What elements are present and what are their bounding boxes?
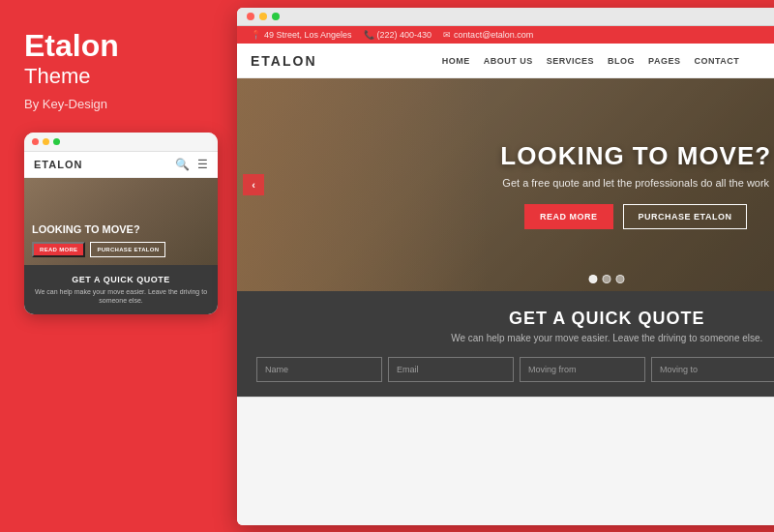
mobile-purchase-button[interactable]: PURCHASE ETALON [90,242,165,257]
hero-buttons: READ MORE PURCHASE ETALON [500,204,771,229]
hero-person-silhouette [237,78,489,291]
bottom-bar [237,397,774,525]
slider-dot-3[interactable] [616,275,625,283]
nav-contact[interactable]: CONTACT [694,56,739,66]
moving-to-input[interactable] [651,357,774,382]
hero-title: LOOKING TO MOVE? [500,141,771,171]
email-icon: ✉ [443,30,451,40]
nav-pages[interactable]: PAGES [648,56,680,66]
mobile-dot-green [53,138,60,145]
quote-form: SUBMIT [256,355,774,383]
mobile-menu-icon: ☰ [197,158,208,171]
nav-blog[interactable]: BLOG [608,56,635,66]
phone-icon: 📞 [364,30,374,40]
email-input[interactable] [388,357,514,382]
mobile-hero-buttons: READ MORE PURCHASE ETALON [32,242,210,257]
read-more-button[interactable]: READ MORE [524,204,613,229]
mobile-hero-title: LOOKING TO MOVE? [32,223,210,236]
name-input[interactable] [256,357,382,382]
quote-section: GET A QUICK QUOTE We can help make your … [237,291,774,397]
mobile-quote-subtitle: We can help make your move easier. Leave… [34,287,208,305]
topbar-phone: 📞 (222) 400-430 [364,30,432,40]
mobile-quote-title: GET A QUICK QUOTE [34,275,208,284]
left-panel: Etalon Theme By Key-Design ETALON 🔍 ☰ LO… [0,0,237,532]
prev-arrow-icon: ‹ [252,179,255,191]
browser-dot-green [272,13,280,20]
slider-prev-button[interactable]: ‹ [243,174,264,195]
mobile-chrome [24,133,218,152]
nav-home[interactable]: HOME [442,56,470,66]
mobile-search-icon: 🔍 [175,158,190,171]
moving-from-input[interactable] [520,357,645,382]
site-logo: ETALON [251,53,317,69]
topbar-left: 📍 49 Street, Los Angeles 📞 (222) 400-430… [251,30,533,40]
hero-content: LOOKING TO MOVE? Get a free quote and le… [481,141,774,229]
hero-subtitle: Get a free quote and let the professiona… [500,177,771,189]
site-menu: HOME ABOUT US SERVICES BLOG PAGES CONTAC… [442,56,740,66]
brand-name: Etalon Theme By Key-Design [24,29,213,111]
mobile-nav: ETALON 🔍 ☰ [24,152,218,178]
browser-chrome [237,8,774,26]
mobile-mockup: ETALON 🔍 ☰ LOOKING TO MOVE? READ MORE PU… [24,133,218,314]
nav-services[interactable]: SERVICES [547,56,594,66]
topbar-address: 📍 49 Street, Los Angeles [251,30,352,40]
quote-subtitle: We can help make your move easier. Leave… [256,333,774,343]
browser-dot-yellow [259,13,267,20]
site-topbar: 📍 49 Street, Los Angeles 📞 (222) 400-430… [237,26,774,44]
browser-dot-red [247,13,254,20]
mobile-hero: LOOKING TO MOVE? READ MORE PURCHASE ETAL… [24,178,218,265]
slider-dot-2[interactable] [603,275,611,283]
mobile-nav-icons: 🔍 ☰ [175,158,208,171]
nav-about[interactable]: ABOUT US [484,56,533,66]
location-icon: 📍 [251,30,261,40]
mobile-logo: ETALON [34,159,82,170]
slider-dots [589,275,625,283]
mobile-quote-section: GET A QUICK QUOTE We can help make your … [24,265,218,314]
mobile-dot-red [32,138,39,145]
right-panel: 📍 49 Street, Los Angeles 📞 (222) 400-430… [237,0,774,532]
purchase-button[interactable]: PURCHASE ETALON [623,204,748,229]
quote-title: GET A QUICK QUOTE [256,309,774,329]
mobile-dot-yellow [43,138,49,145]
slider-dot-1[interactable] [589,275,598,283]
browser-window: 📍 49 Street, Los Angeles 📞 (222) 400-430… [237,8,774,525]
site-nav: ETALON HOME ABOUT US SERVICES BLOG PAGES… [237,44,774,78]
mobile-read-more-button[interactable]: READ MORE [32,242,85,257]
topbar-email: ✉ contact@etalon.com [443,30,533,40]
site-hero: 🖥 📱 🏠 ‹ LOOKING TO MOVE? Get a free quot… [237,78,774,291]
